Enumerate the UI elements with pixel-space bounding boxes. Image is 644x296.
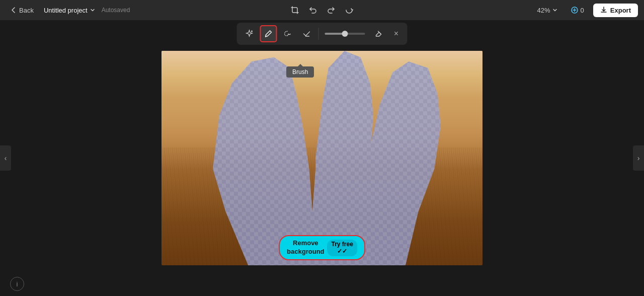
- info-button[interactable]: i: [10, 277, 24, 291]
- remove-background-container: Remove background Try free ✓✓: [279, 235, 365, 260]
- close-icon: ×: [394, 29, 398, 38]
- redo-button[interactable]: [324, 3, 338, 17]
- back-button[interactable]: Back: [6, 5, 38, 16]
- brush-tooltip: Brush: [286, 66, 314, 78]
- credits-count: 0: [581, 7, 584, 14]
- project-title: Untitled project: [44, 7, 88, 14]
- crop-icon-button[interactable]: [288, 3, 302, 17]
- left-panel-toggle[interactable]: ‹: [0, 145, 11, 171]
- autosaved-label: Autosaved: [102, 7, 130, 14]
- credits-button[interactable]: 0: [567, 4, 588, 16]
- try-free-checkmarks: ✓✓: [337, 248, 347, 255]
- svg-point-1: [251, 31, 253, 32]
- slider-thumb[interactable]: [342, 31, 348, 37]
- slider-fill: [325, 33, 343, 35]
- zoom-control[interactable]: 42%: [533, 5, 561, 16]
- tooltip-arrow: [298, 64, 303, 66]
- zoom-value: 42%: [537, 7, 550, 14]
- undo-button[interactable]: [306, 3, 320, 17]
- try-free-badge: Try free ✓✓: [328, 240, 357, 256]
- canvas-area: × Brush ‹ › Remove background: [0, 20, 644, 296]
- brush-size-slider[interactable]: [325, 33, 365, 35]
- remove-bg-text: Remove background: [287, 239, 324, 256]
- project-name[interactable]: Untitled project: [44, 7, 96, 14]
- brush-tool-button[interactable]: [260, 25, 277, 42]
- brush-tooltip-label: Brush: [292, 68, 308, 76]
- toolbar-divider: [318, 28, 319, 40]
- header-center-controls: [288, 3, 356, 17]
- export-button[interactable]: Export: [593, 4, 638, 17]
- lasso-tool-button[interactable]: [279, 25, 296, 42]
- restore-tool-button[interactable]: [298, 25, 315, 42]
- refresh-button[interactable]: [342, 3, 356, 17]
- left-arrow-icon: ‹: [5, 154, 7, 162]
- header-right-controls: 42% 0 Export: [533, 4, 638, 17]
- bottom-bar: i: [10, 277, 24, 291]
- back-label: Back: [19, 7, 34, 14]
- canvas-image[interactable]: Remove background Try free ✓✓: [162, 51, 482, 265]
- erase-tool-button[interactable]: [370, 25, 387, 42]
- header: Back Untitled project Autosaved: [0, 0, 644, 20]
- info-icon: i: [17, 280, 18, 288]
- right-arrow-icon: ›: [637, 154, 640, 162]
- remove-background-button[interactable]: Remove background Try free ✓✓: [279, 235, 365, 260]
- remove-bg-line1: Remove: [287, 239, 324, 248]
- smart-select-tool-button[interactable]: [241, 25, 258, 42]
- toolbar-close-button[interactable]: ×: [389, 27, 404, 41]
- right-panel-toggle[interactable]: ›: [633, 145, 644, 171]
- remove-bg-line2: background: [287, 248, 324, 256]
- export-label: Export: [610, 7, 631, 14]
- brush-toolbar: ×: [237, 23, 408, 45]
- try-free-label: Try free: [332, 241, 353, 248]
